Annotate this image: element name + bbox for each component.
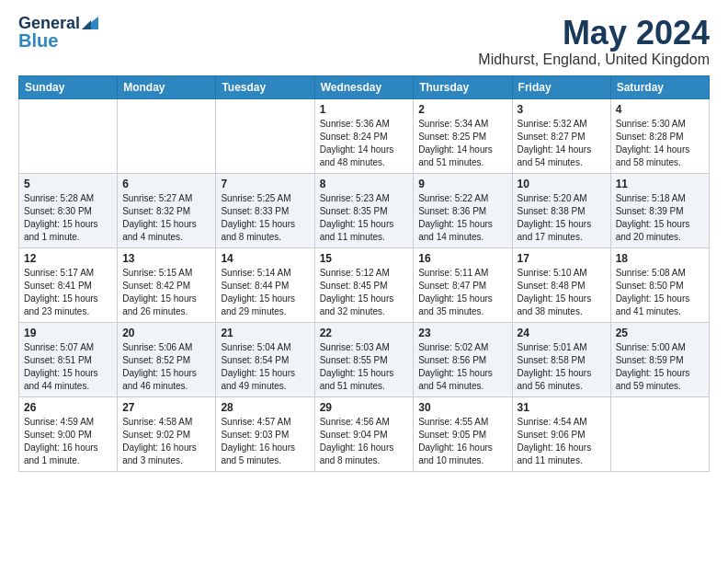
calendar-cell: 29Sunrise: 4:56 AM Sunset: 9:04 PM Dayli… [314,396,414,471]
calendar-cell: 9Sunrise: 5:22 AM Sunset: 8:36 PM Daylig… [414,173,512,247]
logo-general: General [18,15,80,31]
calendar-cell: 11Sunrise: 5:18 AM Sunset: 8:39 PM Dayli… [610,173,709,247]
calendar-cell: 12Sunrise: 5:17 AM Sunset: 8:41 PM Dayli… [19,247,118,322]
day-number: 13 [122,252,210,265]
day-info: Sunrise: 5:17 AM Sunset: 8:41 PM Dayligh… [24,267,112,318]
day-number: 8 [320,178,409,190]
calendar-cell: 25Sunrise: 5:00 AM Sunset: 8:59 PM Dayli… [610,322,709,396]
calendar-week-row: 19Sunrise: 5:07 AM Sunset: 8:51 PM Dayli… [19,322,710,396]
page-header: General Blue May 2024 Midhurst, England,… [18,15,710,68]
calendar-week-row: 1Sunrise: 5:36 AM Sunset: 8:24 PM Daylig… [19,98,710,173]
title-block: May 2024 Midhurst, England, United Kingd… [478,15,710,68]
day-info: Sunrise: 5:25 AM Sunset: 8:33 PM Dayligh… [221,192,309,244]
calendar-cell: 21Sunrise: 5:04 AM Sunset: 8:54 PM Dayli… [216,322,314,396]
calendar-cell: 8Sunrise: 5:23 AM Sunset: 8:35 PM Daylig… [314,173,414,247]
day-info: Sunrise: 5:01 AM Sunset: 8:58 PM Dayligh… [518,341,606,393]
day-info: Sunrise: 5:03 AM Sunset: 8:55 PM Dayligh… [320,341,409,393]
day-info: Sunrise: 5:18 AM Sunset: 8:39 PM Dayligh… [616,192,704,244]
calendar-cell: 10Sunrise: 5:20 AM Sunset: 8:38 PM Dayli… [512,173,610,247]
calendar-cell: 1Sunrise: 5:36 AM Sunset: 8:24 PM Daylig… [314,98,414,173]
day-info: Sunrise: 5:14 AM Sunset: 8:44 PM Dayligh… [221,267,309,318]
day-number: 10 [518,178,606,190]
calendar-cell: 13Sunrise: 5:15 AM Sunset: 8:42 PM Dayli… [118,247,216,322]
calendar-cell: 18Sunrise: 5:08 AM Sunset: 8:50 PM Dayli… [610,247,709,322]
day-number: 7 [221,178,309,190]
day-info: Sunrise: 4:57 AM Sunset: 9:03 PM Dayligh… [221,416,309,467]
day-number: 20 [122,327,210,339]
day-info: Sunrise: 5:02 AM Sunset: 8:56 PM Dayligh… [418,341,506,393]
calendar-cell [19,98,118,173]
day-number: 14 [221,252,309,265]
day-info: Sunrise: 5:07 AM Sunset: 8:51 PM Dayligh… [24,341,112,393]
page-subtitle: Midhurst, England, United Kingdom [478,52,710,68]
calendar-cell [216,98,314,173]
day-number: 1 [320,103,409,116]
logo-blue: Blue [18,31,58,50]
calendar-cell: 6Sunrise: 5:27 AM Sunset: 8:32 PM Daylig… [118,173,216,247]
day-number: 19 [24,327,112,339]
day-info: Sunrise: 5:20 AM Sunset: 8:38 PM Dayligh… [518,192,606,244]
day-number: 12 [24,252,112,265]
day-info: Sunrise: 5:28 AM Sunset: 8:30 PM Dayligh… [24,192,112,244]
weekday-header-sunday: Sunday [19,75,118,98]
day-info: Sunrise: 5:22 AM Sunset: 8:36 PM Dayligh… [418,192,506,244]
day-number: 5 [24,178,112,190]
day-number: 28 [221,401,309,414]
day-number: 11 [616,178,704,190]
calendar-cell: 26Sunrise: 4:59 AM Sunset: 9:00 PM Dayli… [19,396,118,471]
day-number: 30 [418,401,506,414]
day-number: 25 [616,327,704,339]
day-info: Sunrise: 4:59 AM Sunset: 9:00 PM Dayligh… [24,416,112,467]
weekday-header-thursday: Thursday [414,75,512,98]
day-number: 23 [418,327,506,339]
weekday-header-tuesday: Tuesday [216,75,314,98]
weekday-header-monday: Monday [118,75,216,98]
day-info: Sunrise: 5:15 AM Sunset: 8:42 PM Dayligh… [122,267,210,318]
day-number: 9 [418,178,506,190]
day-info: Sunrise: 5:23 AM Sunset: 8:35 PM Dayligh… [320,192,409,244]
calendar-cell: 27Sunrise: 4:58 AM Sunset: 9:02 PM Dayli… [118,396,216,471]
day-info: Sunrise: 5:11 AM Sunset: 8:47 PM Dayligh… [418,267,506,318]
calendar-cell: 28Sunrise: 4:57 AM Sunset: 9:03 PM Dayli… [216,396,314,471]
calendar-week-row: 12Sunrise: 5:17 AM Sunset: 8:41 PM Dayli… [19,247,710,322]
calendar-cell: 30Sunrise: 4:55 AM Sunset: 9:05 PM Dayli… [414,396,512,471]
day-number: 6 [122,178,210,190]
day-info: Sunrise: 4:58 AM Sunset: 9:02 PM Dayligh… [122,416,210,467]
calendar-cell: 20Sunrise: 5:06 AM Sunset: 8:52 PM Dayli… [118,322,216,396]
weekday-header-saturday: Saturday [610,75,709,98]
calendar-cell: 24Sunrise: 5:01 AM Sunset: 8:58 PM Dayli… [512,322,610,396]
weekday-header-friday: Friday [512,75,610,98]
calendar-cell: 5Sunrise: 5:28 AM Sunset: 8:30 PM Daylig… [19,173,118,247]
calendar-week-row: 5Sunrise: 5:28 AM Sunset: 8:30 PM Daylig… [19,173,710,247]
calendar-cell: 14Sunrise: 5:14 AM Sunset: 8:44 PM Dayli… [216,247,314,322]
calendar-cell: 3Sunrise: 5:32 AM Sunset: 8:27 PM Daylig… [512,98,610,173]
day-number: 31 [518,401,606,414]
day-number: 27 [122,401,210,414]
calendar-week-row: 26Sunrise: 4:59 AM Sunset: 9:00 PM Dayli… [19,396,710,471]
day-info: Sunrise: 5:04 AM Sunset: 8:54 PM Dayligh… [221,341,309,393]
day-info: Sunrise: 5:36 AM Sunset: 8:24 PM Dayligh… [320,118,409,169]
day-number: 3 [518,103,606,116]
calendar-cell [118,98,216,173]
calendar-cell: 15Sunrise: 5:12 AM Sunset: 8:45 PM Dayli… [314,247,414,322]
calendar-cell: 31Sunrise: 4:54 AM Sunset: 9:06 PM Dayli… [512,396,610,471]
calendar-cell: 17Sunrise: 5:10 AM Sunset: 8:48 PM Dayli… [512,247,610,322]
calendar-cell: 4Sunrise: 5:30 AM Sunset: 8:28 PM Daylig… [610,98,709,173]
calendar-cell: 22Sunrise: 5:03 AM Sunset: 8:55 PM Dayli… [314,322,414,396]
day-info: Sunrise: 5:08 AM Sunset: 8:50 PM Dayligh… [616,267,704,318]
page-title: May 2024 [478,15,710,52]
day-info: Sunrise: 4:54 AM Sunset: 9:06 PM Dayligh… [518,416,606,467]
calendar-cell: 7Sunrise: 5:25 AM Sunset: 8:33 PM Daylig… [216,173,314,247]
calendar-cell: 2Sunrise: 5:34 AM Sunset: 8:25 PM Daylig… [414,98,512,173]
day-info: Sunrise: 5:00 AM Sunset: 8:59 PM Dayligh… [616,341,704,393]
day-info: Sunrise: 5:12 AM Sunset: 8:45 PM Dayligh… [320,267,409,318]
day-info: Sunrise: 5:34 AM Sunset: 8:25 PM Dayligh… [418,118,506,169]
weekday-header-wednesday: Wednesday [314,75,414,98]
logo-icon [82,17,98,29]
day-info: Sunrise: 5:06 AM Sunset: 8:52 PM Dayligh… [122,341,210,393]
day-info: Sunrise: 4:56 AM Sunset: 9:04 PM Dayligh… [320,416,409,467]
day-info: Sunrise: 5:32 AM Sunset: 8:27 PM Dayligh… [518,118,606,169]
calendar-cell: 19Sunrise: 5:07 AM Sunset: 8:51 PM Dayli… [19,322,118,396]
weekday-header-row: SundayMondayTuesdayWednesdayThursdayFrid… [19,75,710,98]
calendar-cell: 23Sunrise: 5:02 AM Sunset: 8:56 PM Dayli… [414,322,512,396]
